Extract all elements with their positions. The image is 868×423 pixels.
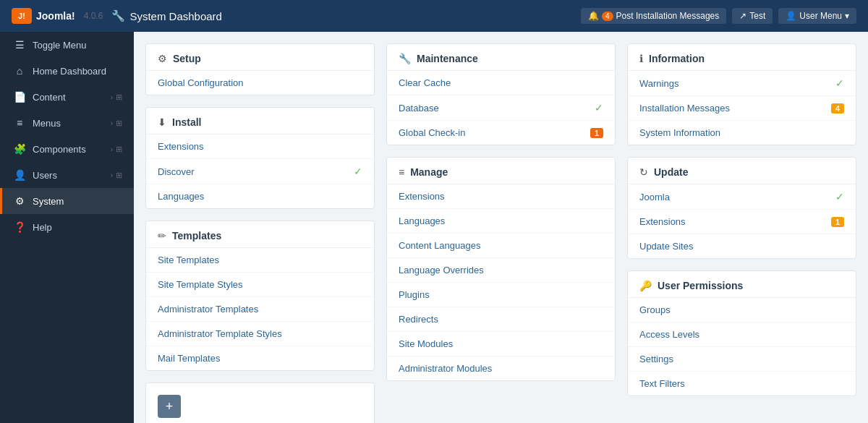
maintenance-card-title: Maintenance (417, 53, 478, 64)
languages-link[interactable]: Languages (158, 191, 204, 202)
sidebar-label-menus: Menus (33, 118, 61, 129)
languages-manage-link[interactable]: Languages (399, 215, 445, 226)
administrator-modules-link[interactable]: Administrator Modules (399, 363, 492, 374)
user-permissions-card-body: Groups Access Levels Settings Text Filte… (628, 298, 856, 396)
sidebar-label-home: Home Dashboard (33, 66, 106, 77)
manage-card-body: Extensions Languages Content Languages L… (387, 184, 615, 380)
global-checkin-link[interactable]: Global Check-in (399, 127, 466, 138)
add-module-button[interactable]: + (158, 395, 181, 418)
installation-messages-link[interactable]: Installation Messages (639, 103, 730, 114)
update-sites-link[interactable]: Update Sites (639, 241, 693, 252)
extensions-update-link[interactable]: Extensions (639, 216, 686, 227)
sidebar-item-help[interactable]: ❓ Help (0, 214, 134, 240)
mail-templates-link[interactable]: Mail Templates (158, 353, 220, 364)
list-item: Text Filters (628, 372, 856, 396)
notifications-label: Post Installation Messages (616, 11, 720, 21)
list-item: Global Configuration (146, 71, 374, 95)
grid-icon-3: ⊞ (116, 145, 122, 154)
plugins-link[interactable]: Plugins (399, 289, 430, 300)
page-title-icon: 🔧 (111, 9, 125, 22)
setup-card-body: Global Configuration (146, 71, 374, 95)
sidebar-item-content[interactable]: 📄 Content › ⊞ (0, 84, 134, 110)
redirects-link[interactable]: Redirects (399, 314, 438, 325)
notifications-button[interactable]: 🔔 4 Post Installation Messages (581, 8, 726, 24)
test-button[interactable]: ↗ Test (732, 8, 773, 24)
settings-link[interactable]: Settings (639, 354, 673, 364)
install-card-body: Extensions Discover ✓ Languages (146, 134, 374, 208)
install-card-header: ⬇ Install (146, 108, 374, 134)
chevron-right-icon-2: › (111, 119, 113, 127)
list-item: System Information (628, 121, 856, 145)
key-icon: 🔑 (639, 280, 652, 291)
user-permissions-card-title: User Permissions (658, 280, 743, 291)
grid-icon-4: ⊞ (116, 171, 122, 180)
dashboard-grid: ⚙ Setup Global Configuration ⬇ Install (145, 43, 856, 423)
administrator-templates-link[interactable]: Administrator Templates (158, 304, 258, 315)
components-icon: 🧩 (14, 143, 25, 155)
manage-card: ≡ Manage Extensions Languages Content La… (386, 157, 616, 381)
list-item: Access Levels (628, 322, 856, 347)
joomla-logo[interactable]: J! Joomla! (12, 8, 75, 24)
chevron-down-icon: ▾ (845, 11, 849, 21)
text-filters-link[interactable]: Text Filters (639, 378, 685, 389)
information-card-header: ℹ Information (628, 44, 856, 71)
list-item: Languages (146, 184, 374, 208)
clear-cache-link[interactable]: Clear Cache (399, 77, 451, 88)
global-configuration-link[interactable]: Global Configuration (158, 77, 244, 88)
joomla-update-link[interactable]: Joomla (639, 192, 670, 202)
language-overrides-link[interactable]: Language Overrides (399, 265, 484, 275)
site-modules-link[interactable]: Site Modules (399, 338, 453, 349)
maintenance-card-header: 🔧 Maintenance (387, 44, 615, 71)
page-title: 🔧 System Dashboard (111, 9, 222, 22)
list-item: Languages (387, 209, 615, 234)
notifications-badge: 4 (602, 12, 613, 21)
sidebar: ☰ Toggle Menu ⌂ Home Dashboard 📄 Content… (0, 32, 134, 423)
list-item: Extensions (387, 184, 615, 209)
chevron-right-icon-3: › (111, 145, 113, 153)
site-template-styles-link[interactable]: Site Template Styles (158, 279, 243, 290)
test-label: Test (749, 11, 765, 21)
version-tag: 4.0.6 (84, 11, 103, 21)
database-link[interactable]: Database (399, 103, 439, 114)
site-templates-link[interactable]: Site Templates (158, 255, 219, 265)
update-card: ↻ Update Joomla ✓ Extensions 1 (627, 157, 856, 259)
warnings-link[interactable]: Warnings (639, 78, 678, 89)
list-item: Site Modules (387, 332, 615, 356)
setup-card: ⚙ Setup Global Configuration (145, 43, 375, 95)
administrator-template-styles-link[interactable]: Administrator Template Styles (158, 328, 282, 339)
system-information-link[interactable]: System Information (639, 127, 720, 138)
list-item: Settings (628, 347, 856, 372)
groups-link[interactable]: Groups (639, 304, 671, 315)
setup-card-header: ⚙ Setup (146, 44, 374, 71)
joomla-logo-icon: J! (12, 8, 32, 24)
user-permissions-card-header: 🔑 User Permissions (628, 271, 856, 298)
sidebar-item-users[interactable]: 👤 Users › ⊞ (0, 162, 134, 188)
list-item: Content Languages (387, 234, 615, 258)
user-menu-button[interactable]: 👤 User Menu ▾ (778, 8, 856, 24)
extensions-manage-link[interactable]: Extensions (399, 191, 445, 202)
list-item: Site Templates (146, 248, 374, 273)
access-levels-link[interactable]: Access Levels (639, 329, 699, 340)
setup-icon: ⚙ (158, 53, 167, 64)
discover-link[interactable]: Discover (158, 166, 195, 177)
sidebar-item-system[interactable]: ⚙ System (0, 188, 134, 214)
list-item: Extensions 1 (628, 210, 856, 234)
users-icon: 👤 (14, 169, 25, 181)
sidebar-item-components[interactable]: 🧩 Components › ⊞ (0, 136, 134, 162)
update-card-body: Joomla ✓ Extensions 1 Update Sites (628, 184, 856, 258)
list-item: Administrator Templates (146, 297, 374, 322)
home-icon: ⌂ (14, 65, 25, 77)
grid-icon-2: ⊞ (116, 119, 122, 128)
list-item: Groups (628, 298, 856, 322)
templates-card: ✏ Templates Site Templates Site Template… (145, 221, 375, 371)
extensions-install-link[interactable]: Extensions (158, 141, 204, 152)
sidebar-item-home-dashboard[interactable]: ⌂ Home Dashboard (0, 58, 134, 84)
sidebar-item-menus[interactable]: ≡ Menus › ⊞ (0, 110, 134, 136)
content-icon: 📄 (14, 91, 25, 103)
user-icon: 👤 (786, 11, 796, 21)
topbar-left: J! Joomla! 4.0.6 🔧 System Dashboard (12, 8, 222, 24)
content-languages-link[interactable]: Content Languages (399, 240, 480, 251)
templates-card-header: ✏ Templates (146, 221, 374, 248)
sidebar-item-toggle-menu[interactable]: ☰ Toggle Menu (0, 32, 134, 58)
sidebar-label-users: Users (33, 170, 57, 181)
